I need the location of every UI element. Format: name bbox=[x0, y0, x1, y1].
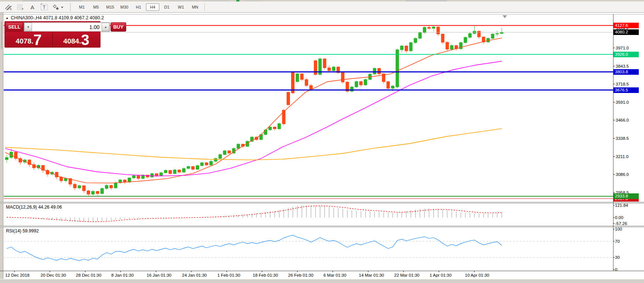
sell-price-display[interactable]: 4078.7 bbox=[5, 33, 52, 47]
time-axis-label: 14 Mar 01:30 bbox=[359, 273, 384, 277]
text-label-tool-icon[interactable]: T bbox=[39, 2, 50, 12]
chart-toolbar: E F A T bbox=[0, 1, 644, 13]
tf-button-M15[interactable]: M15 bbox=[103, 3, 117, 11]
candle-body bbox=[400, 46, 403, 49]
candle-body bbox=[323, 59, 326, 68]
macd-scale-label: 0.00 bbox=[615, 215, 623, 220]
candle-body bbox=[178, 170, 181, 172]
volume-increase-button[interactable]: ▲ bbox=[102, 23, 109, 31]
macd-scale-label: -57.26 bbox=[615, 221, 627, 226]
price-level-label: 3803.8 bbox=[613, 69, 639, 75]
chart-shift-marker bbox=[503, 15, 507, 18]
candle-body bbox=[237, 144, 240, 149]
tf-button-H1[interactable]: H1 bbox=[132, 3, 145, 11]
price-tick-label: 3211.0 bbox=[616, 154, 629, 159]
tf-button-M5[interactable]: M5 bbox=[89, 3, 103, 11]
candle-body bbox=[101, 189, 103, 194]
candle-body bbox=[332, 67, 335, 71]
candle-body bbox=[377, 68, 380, 74]
candle-body bbox=[69, 179, 72, 184]
candle-body bbox=[428, 27, 431, 28]
price-tick-label: 3843.5 bbox=[616, 64, 630, 69]
tf-button-W1[interactable]: W1 bbox=[174, 3, 188, 11]
candle-body bbox=[432, 27, 435, 28]
candle-body bbox=[5, 157, 8, 160]
time-axis-label: 1 Feb 01:30 bbox=[217, 273, 240, 277]
candle-body bbox=[360, 81, 363, 85]
price-tick-label: 3086.0 bbox=[616, 172, 630, 177]
volume-decrease-button[interactable]: ▼ bbox=[24, 23, 32, 31]
time-axis-label: 1 Apr 01:30 bbox=[430, 273, 452, 277]
candle-body bbox=[364, 80, 367, 85]
volume-input[interactable] bbox=[32, 23, 102, 31]
tf-button-D1[interactable]: D1 bbox=[160, 3, 173, 11]
price-level-label: 3676.5 bbox=[613, 87, 639, 93]
collapse-arrow-icon[interactable]: ▲ bbox=[6, 16, 9, 20]
fibonacci-retracement-icon[interactable]: F bbox=[15, 2, 26, 12]
candle-body bbox=[441, 34, 444, 42]
candle-body bbox=[337, 67, 340, 73]
candle-body bbox=[259, 135, 262, 139]
ma-fast-line bbox=[5, 38, 502, 183]
rsi-scale-label: 0 bbox=[615, 267, 617, 272]
svg-text:T: T bbox=[43, 5, 46, 10]
sell-button[interactable]: SELL bbox=[6, 22, 23, 32]
candle-body bbox=[464, 37, 467, 42]
candle-body bbox=[391, 86, 394, 89]
candle-body bbox=[487, 38, 490, 42]
time-axis-label: 16 Jan 01:30 bbox=[147, 273, 172, 277]
candle-body bbox=[201, 163, 204, 166]
candle-body bbox=[141, 175, 144, 179]
rsi-line bbox=[7, 235, 502, 261]
candle-body bbox=[278, 123, 281, 129]
tf-button-MN[interactable]: MN bbox=[188, 3, 202, 11]
candle-body bbox=[205, 163, 208, 165]
candle-body bbox=[482, 37, 485, 42]
candle-body bbox=[196, 165, 199, 169]
buy-price-main: 4084 bbox=[63, 38, 79, 46]
toolbar-drag-handle[interactable] bbox=[70, 3, 73, 11]
shapes-arrows-icon[interactable] bbox=[51, 2, 66, 12]
chart-symbol-header: ▲ CHINA300-,H4 4071.8 4109.9 4067.2 4080… bbox=[6, 15, 104, 20]
candle-body bbox=[169, 170, 172, 174]
candle-body bbox=[60, 177, 63, 181]
candle-body bbox=[255, 137, 258, 139]
time-axis-label: 8 Jan 01:30 bbox=[111, 273, 134, 277]
candle-body bbox=[128, 178, 131, 182]
tf-button-H4[interactable]: H4 bbox=[146, 3, 159, 11]
candle-body bbox=[32, 165, 35, 168]
sell-price-pips: 7 bbox=[34, 34, 42, 46]
candle-body bbox=[418, 33, 421, 38]
candle-body bbox=[228, 151, 231, 153]
candle-body bbox=[500, 32, 503, 33]
candle-body bbox=[269, 127, 272, 130]
macd-indicator-label: MACD(12,26,9) 44.26 49.06 bbox=[6, 205, 62, 210]
price-level-label: 4127.6 bbox=[613, 23, 639, 28]
toolbar-separator bbox=[204, 3, 205, 11]
svg-text:E: E bbox=[10, 8, 12, 10]
candle-body bbox=[405, 46, 408, 51]
time-axis-label: 18 Feb 01:30 bbox=[253, 273, 278, 277]
candle-body bbox=[232, 148, 235, 153]
candle-body bbox=[55, 172, 58, 177]
macd-signal-line bbox=[7, 206, 502, 222]
equidistant-channel-icon[interactable]: E bbox=[3, 2, 14, 12]
candle-body bbox=[291, 73, 294, 93]
time-axis-label: 22 Mar 01:30 bbox=[394, 273, 420, 277]
timeframe-button-group: M1M5M15M30H1H4D1W1MN bbox=[75, 3, 202, 11]
buy-button[interactable]: BUY bbox=[111, 22, 126, 32]
candle-body bbox=[164, 170, 167, 173]
tf-button-M1[interactable]: M1 bbox=[75, 3, 89, 11]
price-tick-label: 3338.5 bbox=[616, 136, 630, 141]
time-axis-label: 24 Jan 01:30 bbox=[182, 273, 207, 277]
candle-body bbox=[414, 38, 417, 43]
buy-price-display[interactable]: 4084.3 bbox=[53, 33, 100, 47]
time-axis-label: 28 Dec 01:30 bbox=[76, 273, 101, 277]
price-tick-label: 3718.5 bbox=[616, 81, 630, 87]
candle-body bbox=[437, 27, 440, 34]
candle-body bbox=[328, 68, 331, 71]
status-bar-clipped bbox=[0, 279, 644, 283]
tf-button-M30[interactable]: M30 bbox=[118, 3, 131, 11]
candle-body bbox=[191, 167, 194, 170]
text-tool-icon[interactable]: A bbox=[27, 2, 38, 12]
